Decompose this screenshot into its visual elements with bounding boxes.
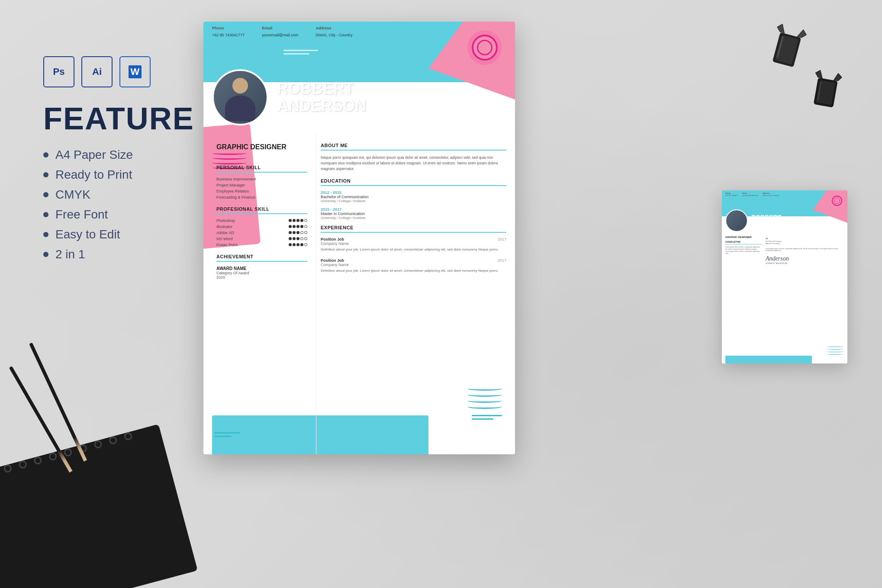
skill-row: Photoshop bbox=[216, 218, 307, 223]
exp-entry: Position Job 2017 Company Name Definitio… bbox=[321, 258, 506, 273]
wave bbox=[827, 345, 844, 347]
wave bbox=[467, 398, 502, 403]
address-value: Distric, City - Country bbox=[315, 33, 352, 37]
small-left-col: GRAPHIC DESIGNER COVER LETTER Lorem ipsu… bbox=[725, 236, 762, 264]
feature-item: Easy to Edit bbox=[43, 228, 225, 241]
skill-dots bbox=[289, 219, 307, 222]
education-title: EDUCATION bbox=[321, 178, 506, 186]
skill-item: Project Manager bbox=[216, 183, 307, 187]
deco-line bbox=[283, 50, 318, 51]
edu-degree: Bachelor of Communication bbox=[321, 195, 506, 199]
feature-title: FEATURE bbox=[43, 103, 225, 134]
bullet-icon bbox=[43, 212, 48, 217]
edu-entry: 2012 - 2015 Bachelor of Communication Un… bbox=[321, 190, 506, 203]
small-cover-label: COVER LETTER bbox=[725, 241, 762, 244]
feature-item: 2 in 1 bbox=[43, 247, 225, 261]
edu-years: 2012 - 2015 bbox=[321, 190, 506, 195]
deco-line bbox=[283, 53, 309, 55]
wave bbox=[827, 350, 844, 352]
small-cyan-bottom bbox=[725, 356, 812, 363]
software-icons: Ps Ai W bbox=[43, 56, 225, 87]
bottom-deco-lines bbox=[472, 415, 502, 420]
skill-dots bbox=[289, 243, 307, 246]
resume-left-column: GRAPHIC DESIGNER PERSONAL SKILL Business… bbox=[203, 134, 316, 454]
pencil-decoration bbox=[29, 342, 87, 461]
skill-row: Illustrator bbox=[216, 225, 307, 229]
experience-title: EXPERIENCE bbox=[321, 225, 506, 233]
avatar bbox=[212, 69, 268, 125]
bottom-deco-lines-left bbox=[214, 432, 240, 437]
small-circle-deco bbox=[832, 196, 842, 206]
ring bbox=[63, 448, 73, 457]
resume-main: Phone +62 85 743041777 Email youremail@m… bbox=[203, 22, 515, 454]
feature-item: Free Font bbox=[43, 208, 225, 222]
exp-header: Position Job 2017 bbox=[321, 258, 506, 263]
resume-cover-letter: Phone +62 85 7430417 Email youremail@mai… bbox=[722, 190, 847, 363]
skill-row: Power Point bbox=[216, 243, 307, 247]
phone-label: Phone bbox=[212, 26, 245, 30]
ring bbox=[3, 464, 13, 473]
ring bbox=[18, 460, 28, 469]
personal-skill-title: PERSONAL SKILL bbox=[216, 165, 307, 173]
skill-item: Business Improvement bbox=[216, 177, 307, 181]
wave bbox=[467, 405, 502, 409]
exp-year: 2017 bbox=[498, 237, 506, 241]
small-body-text: Lorem ipsum dolor sit amet, consectetur … bbox=[725, 246, 762, 255]
edu-years: 2015 - 2017 bbox=[321, 207, 506, 212]
small-signature: Anderson bbox=[766, 255, 844, 262]
achievement-title: ACHIEVEMENT bbox=[216, 254, 307, 262]
small-job-title: GRAPHIC DESIGNER bbox=[725, 236, 762, 238]
skill-row: Adobe XD bbox=[216, 231, 307, 235]
ring bbox=[93, 440, 103, 449]
professional-skill-title: PROFESIONAL SKILL bbox=[216, 206, 307, 214]
photoshop-icon: Ps bbox=[43, 56, 74, 87]
feature-list: A4 Paper Size Ready to Print CMYK Free F… bbox=[43, 148, 225, 261]
exp-entry: Position Job 2017 Company Name Definitio… bbox=[321, 237, 506, 252]
word-icon: W bbox=[119, 56, 151, 87]
avatar-head bbox=[232, 78, 248, 93]
feature-item: CMYK bbox=[43, 188, 225, 202]
award-year: 2020 bbox=[216, 275, 307, 280]
email-value: youremail@mail.com bbox=[262, 33, 298, 37]
edu-school: University / Collage / Institute bbox=[321, 216, 506, 220]
skill-dots bbox=[289, 237, 307, 240]
email-label: Email bbox=[262, 26, 298, 30]
skill-dots bbox=[289, 225, 307, 228]
notebook-rings bbox=[0, 426, 152, 486]
wave bbox=[827, 348, 844, 350]
small-sig-name: ROBBERT ANDERSON bbox=[766, 262, 844, 264]
about-me-title: ABOUT ME bbox=[321, 143, 506, 151]
feature-item: A4 Paper Size bbox=[43, 148, 225, 162]
skill-item: Forecasting & Finance bbox=[216, 195, 307, 199]
address-label: Address bbox=[315, 26, 352, 30]
small-letter-text: Lorem ipsum dolor sit amet, consectetur … bbox=[766, 248, 844, 252]
award-category: Category Of Award bbox=[216, 271, 307, 275]
wave bbox=[467, 386, 502, 391]
small-header: Phone +62 85 7430417 Email youremail@mai… bbox=[725, 192, 844, 196]
bullet-icon bbox=[43, 152, 48, 157]
wave bbox=[827, 353, 844, 355]
exp-year: 2017 bbox=[498, 258, 506, 263]
phone-value: +62 85 743041777 bbox=[212, 33, 245, 37]
deco-line bbox=[472, 415, 502, 416]
small-resume-name: ROBBERTANDERSON bbox=[751, 214, 786, 228]
small-email: Email youremail@mail.com bbox=[742, 192, 758, 196]
avatar-person bbox=[225, 78, 255, 117]
ring bbox=[33, 456, 42, 465]
edu-school: University / Collage / Institute bbox=[321, 199, 506, 203]
binder-clip-2 bbox=[807, 69, 844, 115]
bottom-wavy-decoration bbox=[467, 386, 502, 409]
skill-dots bbox=[289, 231, 307, 234]
deco-line bbox=[214, 436, 232, 437]
small-to-label: TO bbox=[766, 238, 844, 240]
notebook-decoration bbox=[0, 424, 198, 588]
exp-header: Position Job 2017 bbox=[321, 237, 506, 241]
exp-title: Position Job bbox=[321, 258, 344, 263]
feature-panel: Ps Ai W FEATURE A4 Paper Size Ready to P… bbox=[43, 56, 225, 267]
small-recipient: The Name Of CompanyAddress Of Company bbox=[766, 241, 844, 245]
email-info: Email youremail@mail.com bbox=[262, 26, 298, 38]
phone-info: Phone +62 85 743041777 bbox=[212, 26, 245, 38]
wave bbox=[467, 392, 502, 397]
name-area: ROBBERTANDERSON bbox=[212, 69, 506, 125]
deco-line bbox=[214, 432, 240, 434]
